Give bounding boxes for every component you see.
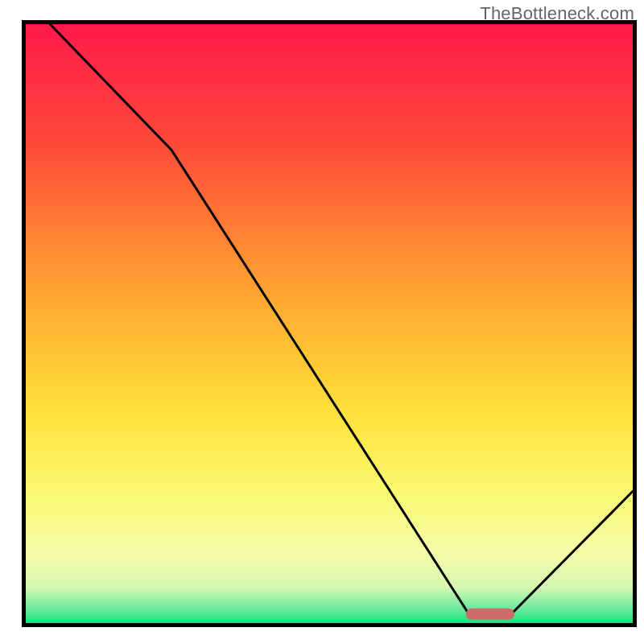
chart-canvas (0, 0, 644, 644)
optimal-zone-marker (466, 609, 514, 620)
bottleneck-chart: TheBottleneck.com (0, 0, 644, 644)
gradient-background (26, 24, 633, 623)
watermark-text: TheBottleneck.com (480, 3, 634, 24)
